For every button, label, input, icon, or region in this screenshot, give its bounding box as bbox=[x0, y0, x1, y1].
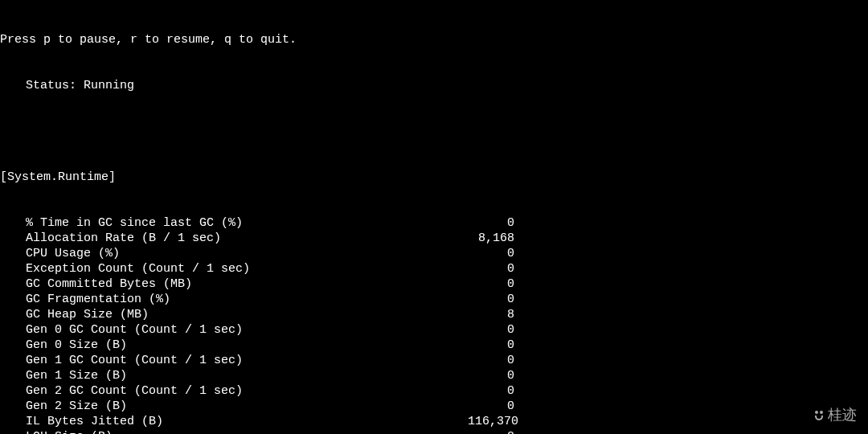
metric-value: 0 bbox=[468, 215, 514, 231]
metric-value: 0 bbox=[468, 383, 514, 399]
metric-label: Gen 2 Size (B) bbox=[26, 399, 468, 414]
status-label: Status: bbox=[26, 78, 76, 93]
metric-value: 0 bbox=[468, 276, 514, 292]
terminal-output: Press p to pause, r to resume, q to quit… bbox=[0, 0, 868, 434]
metric-value: 0 bbox=[468, 292, 514, 307]
metric-label: LOH Size (B) bbox=[26, 429, 468, 434]
metric-label: GC Committed Bytes (MB) bbox=[26, 276, 468, 292]
metric-value: 0 bbox=[468, 399, 514, 414]
watermark: 桂迹 bbox=[815, 407, 857, 423]
metric-label: Exception Count (Count / 1 sec) bbox=[26, 261, 468, 276]
metric-value: 0 bbox=[468, 338, 514, 353]
metric-label: Gen 1 Size (B) bbox=[26, 368, 468, 383]
metric-row: Exception Count (Count / 1 sec)0 bbox=[0, 261, 868, 276]
metric-row: GC Fragmentation (%)0 bbox=[0, 292, 868, 307]
metric-label: Gen 0 GC Count (Count / 1 sec) bbox=[26, 322, 468, 338]
metric-label: CPU Usage (%) bbox=[26, 246, 468, 261]
section-title: [System.Runtime] bbox=[0, 170, 868, 185]
metric-value: 8 bbox=[468, 307, 514, 322]
metric-row: GC Committed Bytes (MB)0 bbox=[0, 276, 868, 292]
metric-label: Gen 0 Size (B) bbox=[26, 338, 468, 353]
metric-value: 0 bbox=[468, 429, 514, 434]
metric-row: Gen 0 GC Count (Count / 1 sec)0 bbox=[0, 322, 868, 338]
metric-row: LOH Size (B)0 bbox=[0, 429, 868, 434]
help-line: Press p to pause, r to resume, q to quit… bbox=[0, 32, 868, 47]
metric-value: 0 bbox=[468, 353, 514, 368]
metric-value: 0 bbox=[468, 322, 514, 338]
wechat-icon bbox=[815, 411, 823, 420]
metric-label: Gen 2 GC Count (Count / 1 sec) bbox=[26, 383, 468, 399]
metrics-table: % Time in GC since last GC (%)0Allocatio… bbox=[0, 215, 868, 434]
status-value: Running bbox=[84, 78, 134, 93]
metric-row: GC Heap Size (MB)8 bbox=[0, 307, 868, 322]
metric-value: 8,168 bbox=[468, 231, 514, 246]
watermark-text: 桂迹 bbox=[828, 407, 857, 423]
metric-label: % Time in GC since last GC (%) bbox=[26, 215, 468, 231]
metric-row: CPU Usage (%)0 bbox=[0, 246, 868, 261]
metric-value: 116,370 bbox=[468, 414, 514, 429]
metric-row: Gen 2 GC Count (Count / 1 sec)0 bbox=[0, 383, 868, 399]
metric-row: Allocation Rate (B / 1 sec)8,168 bbox=[0, 231, 868, 246]
metric-label: Gen 1 GC Count (Count / 1 sec) bbox=[26, 353, 468, 368]
metric-row: Gen 1 Size (B)0 bbox=[0, 368, 868, 383]
metric-value: 0 bbox=[468, 368, 514, 383]
metric-label: IL Bytes Jitted (B) bbox=[26, 414, 468, 429]
metric-value: 0 bbox=[468, 246, 514, 261]
metric-row: IL Bytes Jitted (B)116,370 bbox=[0, 414, 868, 429]
blank-line bbox=[0, 124, 868, 139]
metric-label: Allocation Rate (B / 1 sec) bbox=[26, 231, 468, 246]
metric-row: Gen 1 GC Count (Count / 1 sec)0 bbox=[0, 353, 868, 368]
metric-row: Gen 0 Size (B)0 bbox=[0, 338, 868, 353]
metric-label: GC Fragmentation (%) bbox=[26, 292, 468, 307]
metric-label: GC Heap Size (MB) bbox=[26, 307, 468, 322]
metric-row: Gen 2 Size (B)0 bbox=[0, 399, 868, 414]
status-line: Status: Running bbox=[0, 78, 868, 93]
metric-value: 0 bbox=[468, 261, 514, 276]
metric-row: % Time in GC since last GC (%)0 bbox=[0, 215, 868, 231]
